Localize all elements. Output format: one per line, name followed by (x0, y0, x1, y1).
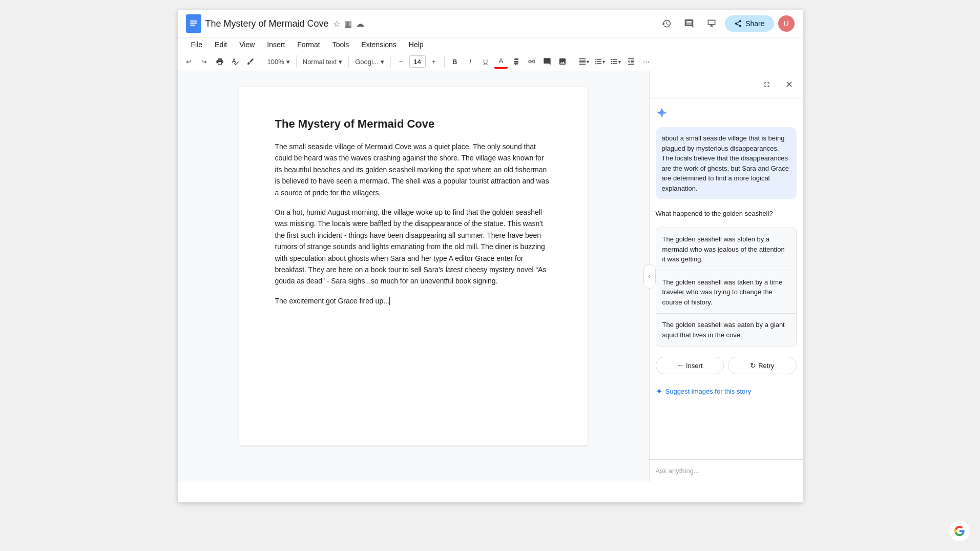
comments-button[interactable] (680, 14, 698, 33)
gemini-icon (656, 107, 668, 119)
text-style-chevron: ▾ (339, 58, 342, 66)
document-area: The Mystery of Mermaid Cove The small se… (178, 71, 649, 481)
ai-option-2[interactable]: The golden seashell was taken by a time … (656, 271, 796, 314)
text-style-dropdown[interactable]: Normal text ▾ (300, 57, 345, 67)
menu-view[interactable]: View (234, 38, 260, 51)
paragraph-3: The excitement got Grace fired up... (275, 295, 552, 307)
ai-user-question: What happened to the golden seashell? (656, 206, 797, 221)
ai-sidebar-content: about a small seaside village that is be… (650, 98, 803, 459)
doc-title-area: The Mystery of Mermaid Cove ☆ ▦ ☁ (205, 18, 654, 29)
font-size-decrease[interactable]: − (394, 54, 408, 69)
ai-insert-button[interactable]: ← Insert (656, 357, 724, 374)
ai-sidebar: ‹ ✕ (649, 71, 803, 481)
menu-extensions[interactable]: Extensions (356, 38, 401, 51)
present-button[interactable] (702, 14, 721, 33)
history-button[interactable] (657, 14, 676, 33)
highlight-button[interactable] (509, 54, 524, 69)
top-bar-actions: Share U (657, 14, 794, 33)
document-page: The Mystery of Mermaid Cove The small se… (239, 87, 588, 445)
text-color-button[interactable]: A (494, 54, 508, 69)
collapse-sidebar-button[interactable]: ‹ (643, 264, 656, 289)
main-content: The Mystery of Mermaid Cove The small se… (178, 71, 803, 481)
image-button[interactable] (555, 54, 570, 69)
font-size-increase[interactable]: + (427, 54, 441, 69)
toolbar: ↩ ↪ 100% ▾ Normal text ▾ Goog (178, 52, 803, 71)
svg-rect-1 (190, 21, 197, 22)
font-dropdown[interactable]: Googl... ▾ (352, 57, 387, 67)
docs-icon (186, 14, 201, 33)
menu-format[interactable]: Format (292, 38, 325, 51)
paragraph-2: On a hot, humid August morning, the vill… (275, 207, 552, 287)
ai-option-1[interactable]: The golden seashell was stolen by a merm… (656, 228, 796, 271)
menu-tools[interactable]: Tools (327, 38, 355, 51)
cloud-icon[interactable]: ☁ (356, 19, 364, 29)
ai-ask-input[interactable] (656, 467, 797, 475)
google-logo (949, 521, 970, 541)
comment-button[interactable] (540, 54, 554, 69)
ai-input-area (650, 459, 803, 481)
menu-file[interactable]: File (186, 38, 208, 51)
menu-bar: File Edit View Insert Format Tools Exten… (178, 37, 803, 52)
zoom-dropdown[interactable]: 100% ▾ (264, 57, 293, 67)
ai-first-message-text: about a small seaside village that is be… (662, 134, 789, 192)
ai-expand-button[interactable] (758, 75, 776, 94)
bold-button[interactable]: B (448, 54, 462, 69)
ai-retry-label: Retry (758, 362, 774, 370)
print-button[interactable] (213, 54, 227, 69)
numbered-list-button[interactable]: ▾ (592, 54, 607, 69)
spellcheck-button[interactable] (228, 54, 242, 69)
app-window: The Mystery of Mermaid Cove ☆ ▦ ☁ (178, 10, 803, 502)
menu-insert[interactable]: Insert (262, 38, 290, 51)
zoom-chevron: ▾ (286, 58, 290, 66)
text-cursor (389, 297, 390, 305)
font-size-input[interactable] (409, 55, 426, 68)
paragraph-3-text: The excitement got Grace fired up... (275, 297, 389, 305)
menu-help[interactable]: Help (404, 38, 429, 51)
redo-button[interactable]: ↪ (197, 54, 212, 69)
ai-first-message: about a small seaside village that is be… (656, 127, 797, 199)
document-title: The Mystery of Mermaid Cove (275, 117, 552, 131)
ai-suggest-images[interactable]: ✦ Suggest images for this story (656, 384, 797, 398)
more-options-button[interactable]: ⋯ (639, 54, 654, 69)
bullet-list-button[interactable]: ▾ (608, 54, 623, 69)
ai-response-options: The golden seashell was stolen by a merm… (656, 228, 797, 346)
underline-button[interactable]: U (478, 54, 493, 69)
font-value: Googl... (355, 58, 379, 66)
google-logo-area (949, 521, 970, 543)
star-icon[interactable]: ☆ (333, 19, 340, 29)
ai-sidebar-header: ✕ (650, 71, 803, 98)
paragraph-1: The small seaside village of Mermaid Cov… (275, 141, 552, 198)
italic-button[interactable]: I (463, 54, 477, 69)
doc-title: The Mystery of Mermaid Cove (205, 18, 329, 29)
top-bar: The Mystery of Mermaid Cove ☆ ▦ ☁ (178, 10, 803, 37)
undo-button[interactable]: ↩ (182, 54, 196, 69)
drive-icon[interactable]: ▦ (344, 19, 352, 29)
link-button[interactable] (525, 54, 539, 69)
zoom-value: 100% (267, 58, 284, 66)
font-chevron: ▾ (381, 58, 384, 66)
align-button[interactable]: ▾ (576, 54, 591, 69)
font-size-control: − + (394, 54, 441, 69)
share-label: Share (745, 19, 764, 28)
menu-edit[interactable]: Edit (210, 38, 232, 51)
ai-insert-label: Insert (686, 362, 703, 370)
ai-logo-area (656, 105, 797, 121)
share-button[interactable]: Share (725, 15, 774, 32)
ai-suggest-label: Suggest images for this story (665, 387, 752, 395)
indent-button[interactable] (624, 54, 638, 69)
ai-close-button[interactable]: ✕ (780, 75, 799, 94)
svg-rect-3 (190, 25, 195, 26)
ai-action-buttons: ← Insert ↻ Retry (656, 353, 797, 378)
svg-rect-2 (190, 23, 197, 24)
ai-option-3[interactable]: The golden seashell was eaten by a giant… (656, 314, 796, 346)
user-avatar[interactable]: U (778, 15, 795, 32)
paint-button[interactable] (243, 54, 258, 69)
text-style-value: Normal text (303, 58, 337, 66)
ai-user-question-text: What happened to the golden seashell? (656, 210, 773, 217)
ai-retry-button[interactable]: ↻ Retry (728, 357, 797, 374)
